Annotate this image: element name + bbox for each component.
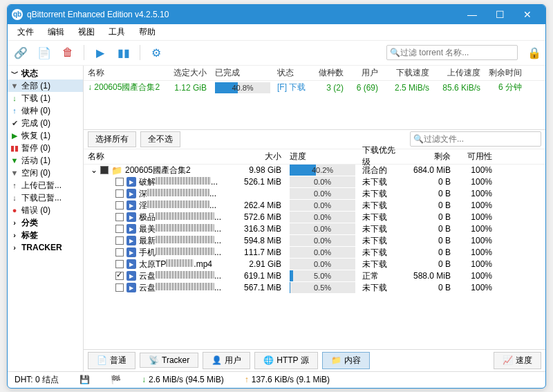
select-all-button[interactable]: 选择所有 [88,131,136,147]
file-row[interactable]: ▶ 淫.... 262.4 MiB 0.0% 未下载 0 B 100% [84,200,545,212]
menubar: 文件 编辑 视图 工具 帮助 [8,24,545,41]
fcol-rem[interactable]: 剩余 [400,149,455,164]
sidebar-item[interactable]: ↓下载 (1) [8,92,83,104]
expand-icon[interactable]: ⌄ [91,165,97,175]
file-name: 手机.... [139,247,221,259]
file-availability: 100% [455,177,496,187]
checkbox[interactable] [115,189,124,198]
sidebar-tracker[interactable]: ›TRACKER [8,241,83,254]
menu-view[interactable]: 视图 [71,26,102,38]
add-link-button[interactable]: 🔗 [12,44,30,62]
pause-button[interactable]: ▮▮ [115,44,133,62]
tab-tracker[interactable]: 📡Tracker [140,353,198,368]
delete-button[interactable]: 🗑 [59,44,77,62]
file-size: 619.1 MiB [236,271,285,281]
checkbox[interactable] [115,272,124,280]
file-remaining: 0 B [400,177,455,187]
sidebar-item[interactable]: ▼全部 (1) [8,80,83,92]
checkbox[interactable] [115,283,124,292]
checkbox[interactable] [115,236,124,245]
file-row[interactable]: ▶ 云盘.... 619.1 MiB 5.0% 正常 588.0 MiB 100… [84,270,545,282]
speed-icon: 🏁 [111,375,121,384]
fcol-prog[interactable]: 进度 [285,149,358,164]
resume-button[interactable]: ▶ [91,44,109,62]
fcol-avail[interactable]: 可用性 [455,149,496,164]
checkbox[interactable] [115,201,124,209]
col-dl[interactable]: 下载速度 [382,66,433,80]
tab-速度[interactable]: 📈速度 [494,352,541,369]
checkbox[interactable] [115,178,124,186]
menu-file[interactable]: 文件 [10,26,41,38]
col-eta[interactable]: 剩余时间 [485,66,526,80]
status-icon: ▶ [10,130,19,141]
torrent-row[interactable]: ↓ 200605國產合集2 1.12 GiB 40.8% [F] 下载 3 (2… [84,81,545,95]
sidebar-item[interactable]: ●错误 (0) [8,204,83,216]
file-remaining: 0 B [400,283,455,292]
checkbox[interactable] [115,248,124,256]
col-ul[interactable]: 上传速度 [433,66,485,80]
file-row[interactable]: ▶ 手机.... 111.7 MiB 0.0% 未下载 0 B 100% [84,247,545,259]
file-priority: 未下载 [358,282,400,294]
sidebar-item[interactable]: ▮▮暂停 (0) [8,142,83,154]
maximize-button[interactable]: ☐ [486,9,514,20]
select-none-button[interactable]: 全不选 [140,131,180,147]
window-title: qBittorrent Enhanced Edition v4.2.5.10 [27,10,458,19]
checkbox[interactable] [115,213,124,221]
sidebar-item-label: 下载 (1) [21,93,50,104]
col-seeds[interactable]: 做种数 [310,66,348,80]
checkbox[interactable] [115,225,124,233]
col-status[interactable]: 状态 [273,66,310,80]
sidebar-item[interactable]: ▼活动 (1) [8,154,83,167]
file-row[interactable]: ▶ 太原TP..mp4 2.91 GiB 0.0% 未下载 0 B 100% [84,259,545,270]
file-progress: 0.0% [285,188,358,199]
tab-icon: 📈 [503,355,513,365]
sidebar-category[interactable]: ›分类 [8,216,83,229]
file-row-folder[interactable]: ⌄ 📁 200605國產合集2 9.98 GiB 40.2% 混合的 684.0… [84,165,545,176]
file-availability: 100% [455,236,496,245]
lock-icon[interactable]: 🔒 [527,46,541,59]
status-icon: ▼ [10,167,19,178]
torrent-seeds: 3 (2) [310,82,348,94]
menu-help[interactable]: 帮助 [132,26,162,38]
checkbox[interactable] [115,260,124,268]
col-name[interactable]: 名称 [84,66,168,80]
file-row[interactable]: ▶ 最新.... 594.8 MiB 0.0% 未下载 0 B 100% [84,235,545,247]
file-row[interactable]: ▶ 深.... 0.0% 未下载 0 B 100% [84,188,545,200]
global-ul: ↑137.6 KiB/s (9.1 MiB) [245,375,330,384]
sidebar-item[interactable]: ↑做种 (0) [8,104,83,117]
file-priority: 未下载 [358,223,400,235]
separator [140,45,140,60]
status-icon: ● [10,205,19,216]
file-row[interactable]: ▶ 极品.... 572.6 MiB 0.0% 未下载 0 B 100% [84,212,545,223]
tab-http 源[interactable]: 🌐HTTP 源 [254,352,317,369]
sidebar-item[interactable]: ▼空闲 (0) [8,167,83,179]
torrent-eta: 6 分钟 [485,80,526,95]
fcol-name[interactable]: 名称 [84,149,236,164]
file-row[interactable]: ▶ 云盘.... 567.1 MiB 0.5% 未下载 0 B 100% [84,282,545,294]
file-row[interactable]: ▶ 破解.... 526.1 MiB 0.0% 未下载 0 B 100% [84,176,545,188]
add-file-button[interactable]: 📄 [35,44,53,62]
sidebar-item[interactable]: ↑上传已暂... [8,179,83,192]
tab-普通[interactable]: 📄普通 [88,352,135,369]
col-done[interactable]: 已完成 [211,66,273,80]
menu-tools[interactable]: 工具 [102,26,132,38]
torrent-filter-input[interactable]: 🔍 [386,45,518,60]
col-size[interactable]: 选定大小 [168,66,211,80]
checkbox[interactable] [100,166,109,174]
sidebar-item[interactable]: ↓下载已暂... [8,192,83,204]
minimize-button[interactable]: ― [458,9,486,20]
file-filter-input[interactable]: 🔍 [410,131,541,147]
menu-edit[interactable]: 编辑 [41,26,71,38]
close-button[interactable]: ✕ [514,9,541,20]
sidebar-tags[interactable]: ›标签 [8,229,83,241]
col-peers[interactable]: 用户 [348,66,382,80]
sidebar-item[interactable]: ✔完成 (0) [8,117,83,129]
settings-button[interactable]: ⚙ [147,44,165,62]
tab-用户[interactable]: 👤用户 [203,352,250,369]
dht-status: DHT: 0 结点 [15,374,59,386]
file-row[interactable]: ▶ 最美.... 316.3 MiB 0.0% 未下载 0 B 100% [84,223,545,235]
sidebar-item[interactable]: ▶恢复 (1) [8,129,83,142]
sidebar-status-header[interactable]: ﹀状态 [8,67,83,80]
tab-内容[interactable]: 📁内容 [322,352,370,369]
fcol-size[interactable]: 大小 [236,149,285,164]
